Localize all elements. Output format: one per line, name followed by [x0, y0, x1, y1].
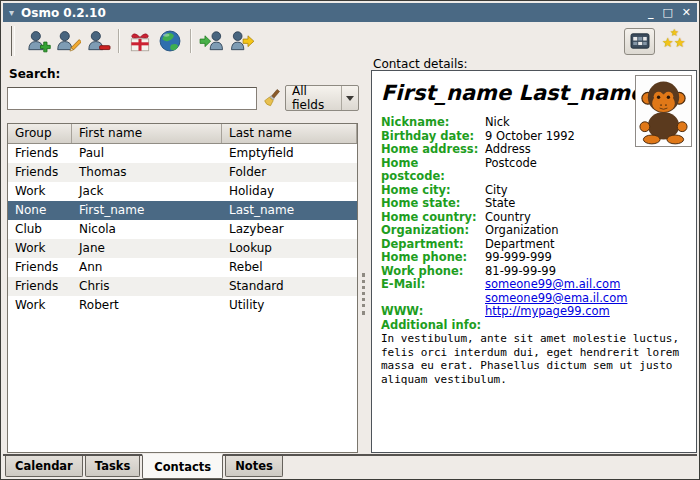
table-cell: Work	[8, 182, 72, 201]
close-button[interactable]: ✕	[682, 7, 691, 18]
remove-contact-button[interactable]	[83, 26, 113, 56]
detail-field-label: Home city:	[381, 184, 485, 198]
table-cell: Jane	[72, 239, 222, 258]
detail-field-label: E-Mail:	[381, 278, 485, 305]
detail-field-label: Home state:	[381, 197, 485, 211]
contact-link[interactable]: someone99@ema.il.com	[485, 292, 627, 306]
toolbar-handle[interactable]	[11, 26, 15, 56]
contact-link[interactable]: someone99@m.ail.com	[485, 278, 627, 292]
minimize-button[interactable]: _	[648, 7, 654, 18]
table-row[interactable]: FriendsAnnRebel	[8, 258, 357, 277]
detail-field-label: Work phone:	[381, 265, 485, 279]
detail-field: E-Mail:someone99@m.ail.comsomeone99@ema.…	[381, 278, 687, 305]
column-header[interactable]: Group	[8, 124, 72, 143]
globe-button[interactable]	[155, 26, 185, 56]
table-row[interactable]: ClubNicolaLazybear	[8, 220, 357, 239]
contacts-table-body: FriendsPaulEmptyfieldFriendsThomasFolder…	[8, 144, 357, 315]
table-cell: Lookup	[222, 239, 357, 258]
toolbar: ★ ★ ★	[3, 24, 697, 58]
detail-field-label: Department:	[381, 238, 485, 252]
search-row: All fields	[7, 85, 359, 111]
detail-field-value: State	[485, 197, 515, 211]
table-cell: First_name	[72, 201, 222, 220]
detail-field-label: Home address:	[381, 143, 485, 157]
table-cell: Friends	[8, 277, 72, 296]
about-stars-icon: ★	[662, 35, 674, 50]
column-header[interactable]: Last name	[222, 124, 357, 143]
detail-field: Home country:Country	[381, 211, 687, 225]
table-row[interactable]: FriendsChrisStandard	[8, 277, 357, 296]
detail-field-value: Department	[485, 238, 555, 252]
table-row[interactable]: WorkJaneLookup	[8, 239, 357, 258]
table-cell: Friends	[8, 144, 72, 163]
maximize-button[interactable]: □	[662, 7, 672, 18]
birthdays-button[interactable]	[125, 26, 155, 56]
detail-field-label: Home country:	[381, 211, 485, 225]
titlebar[interactable]: ▾ Osmo 0.2.10 _ □ ✕	[3, 3, 697, 22]
detail-field-value: Postcode	[485, 157, 537, 184]
contacts-table-header: GroupFirst nameLast name	[8, 124, 357, 144]
detail-field-value: Address	[485, 143, 531, 157]
table-row[interactable]: NoneFirst_nameLast_name	[8, 201, 357, 220]
about-stars-icon: ★	[674, 35, 686, 50]
clear-search-button[interactable]	[260, 86, 282, 110]
osmo-window: ▾ Osmo 0.2.10 _ □ ✕	[0, 0, 700, 480]
tab-notes[interactable]: Notes	[225, 456, 283, 477]
table-cell: Chris	[72, 277, 222, 296]
detail-field-value: Country	[485, 211, 531, 225]
table-cell: Last_name	[222, 201, 357, 220]
table-row[interactable]: FriendsPaulEmptyfield	[8, 144, 357, 163]
table-cell: Work	[8, 239, 72, 258]
table-row[interactable]: WorkRobertUtility	[8, 296, 357, 315]
edit-contact-icon	[55, 28, 81, 54]
window-menu-icon[interactable]: ▾	[9, 7, 14, 18]
detail-field-label: Home phone:	[381, 251, 485, 265]
detail-field-value: 99-999-999	[485, 251, 552, 265]
detail-field: Home phone:99-999-999	[381, 251, 687, 265]
tab-bar: CalendarTasksContactsNotes	[3, 454, 697, 477]
additional-info-label: Additional info:	[381, 319, 687, 333]
about-button[interactable]: ★ ★ ★	[661, 28, 689, 55]
import-contacts-icon	[199, 28, 225, 54]
contact-details-panel: First_name Last_name Nickname:NickBirthd…	[371, 70, 697, 453]
search-label: Search:	[9, 67, 60, 81]
edit-contact-button[interactable]	[53, 26, 83, 56]
detail-field: Home postcode:Postcode	[381, 157, 687, 184]
table-cell: Holiday	[222, 182, 357, 201]
detail-field-label: WWW:	[381, 305, 485, 319]
table-cell: Rebel	[222, 258, 357, 277]
detail-field: WWW:http://mypage99.com	[381, 305, 687, 319]
tab-tasks[interactable]: Tasks	[85, 456, 140, 477]
export-contacts-icon	[229, 28, 255, 54]
search-mode-select[interactable]: All fields	[285, 85, 359, 111]
remove-contact-icon	[85, 28, 111, 54]
table-cell: Jack	[72, 182, 222, 201]
export-contacts-button[interactable]	[227, 26, 257, 56]
detail-field: Home city:City	[381, 184, 687, 198]
contact-photo	[635, 75, 692, 147]
detail-field-label: Home postcode:	[381, 157, 485, 184]
detail-field-value: Nick	[485, 116, 510, 130]
tab-calendar[interactable]: Calendar	[5, 456, 83, 477]
pane-splitter-grip[interactable]	[362, 273, 365, 315]
brush-icon	[262, 89, 281, 108]
detail-field: Home state:State	[381, 197, 687, 211]
tab-contacts[interactable]: Contacts	[142, 454, 223, 479]
table-cell: Standard	[222, 277, 357, 296]
table-cell: Friends	[8, 163, 72, 182]
detail-field-value: Organization	[485, 224, 559, 238]
contact-link[interactable]: http://mypage99.com	[485, 305, 610, 319]
table-row[interactable]: FriendsThomasFolder	[8, 163, 357, 182]
import-contacts-button[interactable]	[197, 26, 227, 56]
preferences-button[interactable]	[624, 28, 655, 55]
detail-field-value: http://mypage99.com	[485, 305, 610, 319]
table-cell: Emptyfield	[222, 144, 357, 163]
table-cell: Thomas	[72, 163, 222, 182]
detail-field-label: Organization:	[381, 224, 485, 238]
chevron-down-icon	[341, 86, 358, 110]
add-contact-button[interactable]	[23, 26, 53, 56]
table-cell: Lazybear	[222, 220, 357, 239]
search-input[interactable]	[7, 87, 257, 110]
column-header[interactable]: First name	[72, 124, 222, 143]
table-row[interactable]: WorkJackHoliday	[8, 182, 357, 201]
